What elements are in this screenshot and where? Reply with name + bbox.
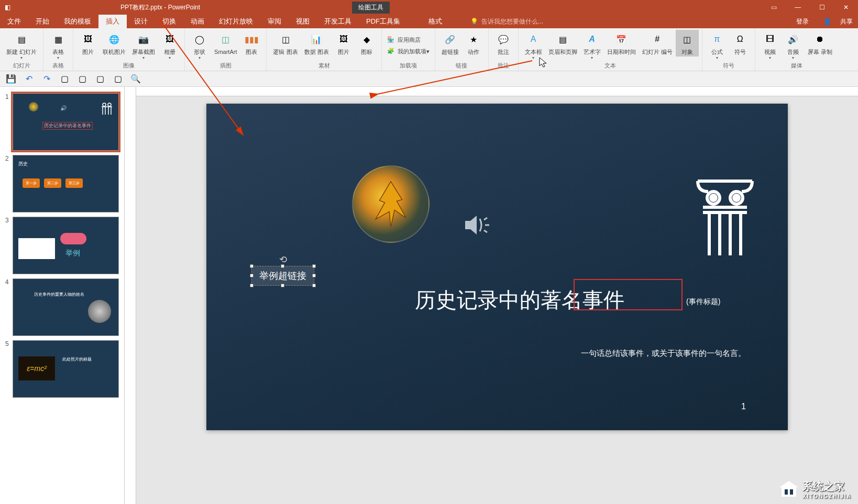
- share-icon: 👤: [823, 18, 831, 25]
- wordart-button[interactable]: A艺术字▾: [580, 30, 604, 61]
- video-button[interactable]: 🎞视频▾: [758, 30, 782, 61]
- svg-point-9: [734, 195, 739, 200]
- undo-icon[interactable]: ↶: [22, 73, 36, 85]
- qat-icon5[interactable]: 🔍: [129, 73, 142, 85]
- tab-my-template[interactable]: 我的模板: [57, 15, 98, 28]
- screenshot-button[interactable]: 📷屏幕截图▾: [129, 30, 158, 61]
- datetime-icon: 📅: [613, 31, 630, 48]
- tab-slideshow[interactable]: 幻灯片放映: [212, 15, 260, 28]
- object-icon: ◫: [679, 31, 696, 48]
- symbol-button[interactable]: Ω符号: [729, 30, 752, 57]
- app-menu-icon[interactable]: ◧: [2, 2, 13, 13]
- document-title: PPT教程2.pptx - PowerPoint: [120, 3, 200, 12]
- qat-icon1[interactable]: ▢: [58, 73, 71, 85]
- thumb4-title: 历史事件的重要人物的姓名: [34, 292, 84, 297]
- new-slide-icon: ▤: [13, 31, 30, 48]
- thumb-number: 2: [5, 155, 13, 212]
- maximize-icon[interactable]: ☐: [810, 0, 834, 15]
- online-picture-button[interactable]: 🌐联机图片: [100, 30, 129, 57]
- material-picture-button[interactable]: 🖼图片: [332, 30, 355, 57]
- chart-icon: ▮▮▮: [243, 31, 260, 48]
- share-button[interactable]: 👤 共享: [816, 17, 853, 26]
- tab-view[interactable]: 视图: [289, 15, 317, 28]
- screen-recording-button[interactable]: ⏺屏幕 录制: [805, 30, 835, 57]
- rotate-handle-icon[interactable]: ⟲: [279, 254, 287, 265]
- tab-format[interactable]: 格式: [421, 15, 449, 28]
- tab-transition[interactable]: 切换: [155, 15, 183, 28]
- chart-button[interactable]: ▮▮▮图表: [240, 30, 263, 57]
- tab-insert[interactable]: 插入: [98, 15, 127, 28]
- slide-number-button[interactable]: #幻灯片 编号: [639, 30, 676, 57]
- circular-photo[interactable]: [352, 165, 430, 243]
- slide-thumbnail-4[interactable]: 历史事件的重要人物的姓名: [13, 278, 119, 336]
- canvas-wrap[interactable]: ⟲ 举例超链接 历史记录中的著名事件 (事件标题) 一句话总结该事件，或关于该事…: [136, 96, 858, 504]
- speaker-icon[interactable]: [462, 212, 492, 240]
- tab-home[interactable]: 开始: [28, 15, 57, 28]
- selected-textbox[interactable]: ⟲ 举例超链接: [251, 266, 314, 286]
- slide-thumbnail-1[interactable]: 🔊 历史记录中的著名事件: [13, 93, 119, 151]
- tab-pdf[interactable]: PDF工具集: [359, 15, 408, 28]
- qat-icon4[interactable]: ▢: [111, 73, 125, 85]
- tab-animation[interactable]: 动画: [183, 15, 212, 28]
- logic-chart-icon: ◫: [277, 31, 294, 48]
- tab-file[interactable]: 文件: [0, 15, 28, 28]
- group-links: 链接: [435, 62, 488, 71]
- thumb5-title: 此处照片的标题: [62, 356, 92, 362]
- tell-me-search[interactable]: 💡 告诉我您想要做什么...: [470, 15, 543, 28]
- group-media: 媒体: [755, 62, 839, 71]
- video-icon: 🎞: [762, 31, 778, 48]
- my-addins-button[interactable]: 🧩我的加载项 ▾: [385, 47, 432, 57]
- save-icon[interactable]: 💾: [4, 73, 18, 85]
- picture-button[interactable]: 🖼图片: [76, 30, 100, 57]
- smartart-button[interactable]: ◫SmartArt: [211, 30, 240, 57]
- new-slide-button[interactable]: ▤新建 幻灯片▾: [3, 30, 40, 61]
- album-button[interactable]: 🖼相册▾: [158, 30, 181, 61]
- album-icon: 🖼: [161, 31, 178, 48]
- material-icon-icon: ◆: [358, 31, 375, 48]
- annotation-box: [574, 279, 683, 310]
- slide-canvas[interactable]: ⟲ 举例超链接 历史记录中的著名事件 (事件标题) 一句话总结该事件，或关于该事…: [206, 104, 788, 430]
- slide-subtitle[interactable]: (事件标题): [686, 297, 720, 307]
- column-icon[interactable]: [694, 177, 756, 263]
- app-store-button[interactable]: 🏪应用商店: [385, 35, 423, 46]
- object-button[interactable]: ◫对象: [676, 30, 699, 57]
- svg-rect-16: [790, 489, 793, 495]
- watermark-sub: XITONGZHIJIA: [802, 494, 852, 499]
- header-footer-button[interactable]: ▤页眉和页脚: [545, 30, 580, 57]
- thumb-number: 4: [5, 278, 13, 336]
- slide-quote[interactable]: 一句话总结该事件，或关于该事件的一句名言。: [581, 349, 746, 359]
- comment-button[interactable]: 💬批注: [492, 30, 515, 57]
- material-icon-button[interactable]: ◆图标: [355, 30, 378, 57]
- slide-thumbnail-5[interactable]: ε=mc² 此处照片的标题: [13, 340, 119, 398]
- store-icon: 🏪: [387, 36, 395, 44]
- table-button[interactable]: ▦表格▾: [47, 30, 70, 61]
- data-chart-button[interactable]: 📊数据 图表: [301, 30, 332, 57]
- action-button[interactable]: ★动作: [462, 30, 485, 57]
- qat-icon3[interactable]: ▢: [93, 73, 107, 85]
- hyperlink-button[interactable]: 🔗超链接: [438, 30, 462, 57]
- thumb2-title: 历史: [18, 161, 28, 167]
- thumb-number: 3: [5, 217, 13, 274]
- datetime-button[interactable]: 📅日期和时间: [604, 30, 639, 57]
- equation-icon: π: [709, 31, 725, 48]
- ribbon-display-options-icon[interactable]: ▭: [762, 0, 786, 15]
- qat-icon2[interactable]: ▢: [75, 73, 89, 85]
- tab-developer[interactable]: 开发工具: [317, 15, 359, 28]
- close-icon[interactable]: ✕: [834, 0, 858, 15]
- tab-design[interactable]: 设计: [127, 15, 155, 28]
- shapes-button[interactable]: ◯形状▾: [188, 30, 211, 61]
- addins-icon: 🧩: [387, 48, 395, 56]
- audio-button[interactable]: 🔊音频▾: [782, 30, 805, 61]
- login-button[interactable]: 登录: [796, 17, 809, 26]
- equation-button[interactable]: π公式▾: [706, 30, 729, 61]
- slide-thumbnail-2[interactable]: 历史 第一步 第二步 第三步: [13, 155, 119, 212]
- screen-recording-icon: ⏺: [811, 31, 828, 48]
- tab-review[interactable]: 审阅: [260, 15, 289, 28]
- action-icon: ★: [465, 31, 482, 48]
- slide-thumbnail-panel[interactable]: 1 🔊 历史记录中的著名事件 2 历史 第一步 第二步 第三步 3: [0, 87, 125, 504]
- thumb2-step1: 第一步: [23, 178, 40, 188]
- minimize-icon[interactable]: —: [786, 0, 810, 15]
- slide-thumbnail-3[interactable]: 举例: [13, 217, 119, 274]
- redo-icon[interactable]: ↷: [40, 73, 53, 85]
- logic-chart-button[interactable]: ◫逻辑 图表: [270, 30, 301, 57]
